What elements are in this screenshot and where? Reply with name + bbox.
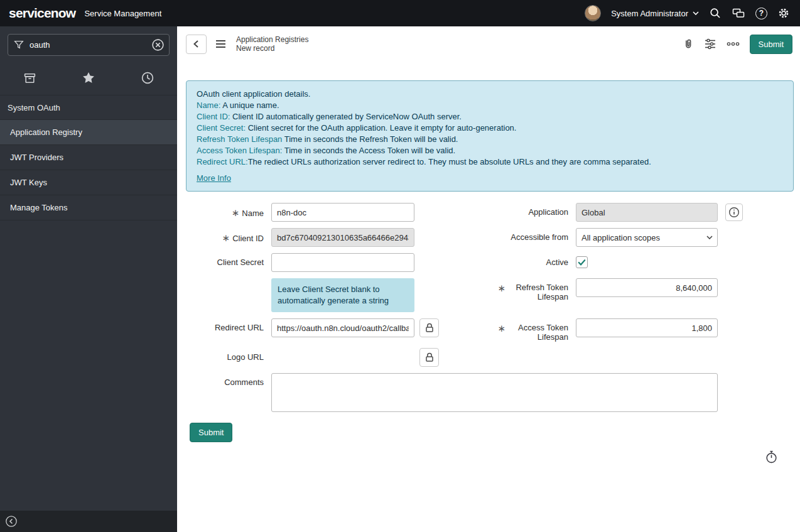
page-title: Application Registries: [236, 35, 308, 44]
lock-icon: [424, 322, 435, 334]
application-field[interactable]: [576, 203, 718, 222]
active-label-text: Active: [546, 258, 568, 267]
response-time-button[interactable]: [764, 450, 779, 464]
active-label: Active: [422, 253, 568, 267]
application-label: Application: [422, 203, 568, 217]
info-line-text: Client secret for the OAuth application.…: [246, 123, 516, 133]
servicenow-logo[interactable]: servicenow: [9, 6, 75, 21]
hamburger-icon: [214, 38, 227, 50]
context-menu-button[interactable]: [213, 36, 229, 52]
comments-label-text: Comments: [224, 377, 264, 387]
record-title: Application Registries New record: [236, 35, 308, 53]
tab-history[interactable]: [118, 71, 177, 85]
info-line: Refresh Token Lifespan Time in seconds t…: [197, 134, 783, 145]
logo-url-lock-button[interactable]: [419, 348, 439, 367]
attachment-button[interactable]: [682, 38, 695, 50]
more-options-button[interactable]: [726, 38, 740, 50]
logo-url-label: Logo URL: [186, 348, 264, 362]
info-line-label: Name:: [197, 100, 220, 110]
client-secret-field[interactable]: [271, 253, 414, 272]
refresh-token-lifespan-label-text: Refresh Token Lifespan: [508, 283, 568, 301]
tab-all-applications[interactable]: [0, 72, 59, 85]
app-header: servicenow Service Management System Adm…: [0, 0, 800, 26]
name-field[interactable]: [271, 203, 414, 222]
name-label: ∗Name: [186, 203, 264, 219]
header-actions: System Administrator ?: [585, 5, 790, 21]
client-id-field[interactable]: [271, 228, 414, 247]
lock-icon: [424, 352, 435, 363]
info-message: OAuth client application details. Name: …: [186, 80, 794, 192]
help-icon[interactable]: ?: [755, 8, 767, 19]
chevron-left-icon: [191, 38, 202, 50]
name-label-text: Name: [242, 209, 264, 218]
accessible-from-select[interactable]: All application scopes: [576, 228, 718, 247]
sidebar-item-jwt-providers[interactable]: JWT Providers: [0, 145, 177, 170]
sidebar-item-application-registry[interactable]: Application Registry: [0, 120, 177, 145]
personalize-form-button[interactable]: [704, 38, 716, 50]
tab-favorites[interactable]: [59, 71, 118, 85]
clock-icon: [141, 71, 154, 85]
comments-label: Comments: [186, 373, 264, 387]
info-line: Name: A unique name.: [197, 100, 783, 111]
main-layout: System OAuth Application Registry JWT Pr…: [0, 26, 800, 532]
settings-gear-icon[interactable]: [777, 7, 790, 19]
product-name: Service Management: [84, 9, 161, 18]
info-line: Client ID: Client ID automatically gener…: [197, 111, 783, 122]
client-secret-label-text: Client Secret: [217, 258, 264, 267]
info-intro: OAuth client application details.: [197, 89, 783, 100]
funnel-icon: [13, 39, 24, 52]
info-line-label: Client ID:: [197, 112, 230, 121]
redirect-url-field[interactable]: [271, 318, 414, 337]
page-subtitle: New record: [236, 44, 308, 53]
clear-search-button[interactable]: [151, 38, 165, 52]
info-line-label: Access Token Lifespan:: [197, 146, 282, 155]
sliders-icon: [704, 38, 716, 50]
sidebar-collapse-button[interactable]: [5, 515, 18, 528]
info-line: Access Token Lifespan: Time in seconds t…: [197, 145, 783, 156]
connect-chat-icon[interactable]: [732, 7, 745, 19]
more-info-link[interactable]: More Info: [197, 173, 231, 183]
chevron-down-icon: [693, 11, 699, 15]
required-marker: ∗: [497, 283, 505, 293]
access-token-lifespan-label-text: Access Token Lifespan: [508, 323, 568, 342]
info-line-label: Redirect URL:: [197, 157, 248, 166]
submit-button-header[interactable]: Submit: [750, 35, 792, 54]
sidebar-item-jwt-keys[interactable]: JWT Keys: [0, 170, 177, 195]
star-icon: [82, 71, 95, 85]
info-line-label: Client Secret:: [197, 123, 246, 133]
active-checkbox[interactable]: [576, 256, 588, 268]
navigator-tabs: [0, 63, 177, 92]
info-line-text: Time in seconds the Refresh Token will b…: [282, 134, 458, 144]
accessible-from-label-text: Accessible from: [511, 232, 568, 242]
access-token-lifespan-field[interactable]: [576, 318, 718, 337]
user-menu[interactable]: System Administrator: [611, 9, 699, 18]
filter-navigator: [8, 34, 170, 56]
refresh-token-lifespan-field[interactable]: [576, 278, 718, 297]
archive-icon: [23, 72, 36, 85]
comments-field[interactable]: [271, 373, 718, 412]
redirect-url-lock-button[interactable]: [419, 318, 439, 337]
logo-url-label-text: Logo URL: [227, 352, 264, 362]
info-line-text: Client ID automatically generated by Ser…: [230, 112, 462, 121]
nav-section-system-oauth[interactable]: System OAuth: [0, 95, 177, 120]
servicenow-app: servicenow Service Management System Adm…: [0, 0, 800, 532]
client-secret-hint: Leave Client Secret blank to automatical…: [271, 278, 414, 312]
stopwatch-icon: [764, 450, 779, 464]
redirect-url-label: Redirect URL: [186, 318, 264, 332]
toolbar-actions: Submit: [682, 35, 792, 54]
back-button[interactable]: [186, 35, 207, 54]
filter-navigator-input[interactable]: [8, 34, 170, 56]
ellipsis-icon: [726, 38, 740, 50]
search-icon[interactable]: [709, 7, 722, 19]
accessible-from-label: Accessible from: [422, 228, 568, 242]
info-line-label: Refresh Token Lifespan: [197, 134, 282, 144]
submit-button-footer[interactable]: Submit: [190, 423, 232, 442]
user-avatar[interactable]: [585, 5, 601, 21]
application-info-button[interactable]: [725, 204, 743, 221]
record-form: ∗Name Application ∗Client ID Accessible …: [186, 203, 800, 412]
client-secret-label: Client Secret: [186, 253, 264, 267]
sidebar-item-manage-tokens[interactable]: Manage Tokens: [0, 195, 177, 220]
refresh-token-lifespan-label: ∗Refresh Token Lifespan: [422, 278, 568, 301]
redirect-url-label-text: Redirect URL: [215, 323, 264, 332]
paperclip-icon: [682, 38, 695, 50]
